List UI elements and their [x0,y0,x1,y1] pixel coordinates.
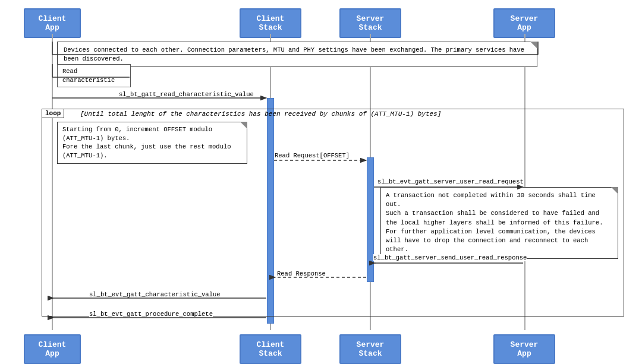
label-sl-bt-gatt-server-send: sl_bt_gatt_server_send_user_read_respons… [373,254,527,261]
label-sl-bt-evt-procedure: sl_bt_evt_gatt_procedure_complete [89,311,213,318]
read-characteristic-note: Read characteristic [57,64,131,87]
sequence-diagram: Client App Client Stack Server Stack Ser… [0,0,642,364]
connection-note: Devices connected to each other. Connect… [57,42,537,67]
timeout-note: A transaction not completed within 30 se… [380,187,618,259]
actor-server-stack-bottom: Server Stack [339,334,401,364]
offset-note: Starting from 0, increment OFFSET modulo… [57,122,247,164]
label-sl-bt-evt-gatt-char: sl_bt_evt_gatt_characteristic_value [89,291,221,298]
actor-client-stack-bottom: Client Stack [240,334,301,364]
loop-condition: [Until total lenght of the characteristi… [80,110,441,118]
label-read-response: Read Response [277,270,326,277]
actor-client-app-bottom: Client App [24,334,81,364]
label-read-request: Read Request[OFFSET] [275,152,350,159]
label-sl-bt-evt-server-read: sl_bt_evt_gatt_server_user_read_request [377,178,524,185]
actor-server-app-bottom: Server App [493,334,555,364]
loop-label: loop [42,109,64,118]
label-sl-bt-gatt-read: sl_bt_gatt_read_characteristic_value [119,91,254,98]
